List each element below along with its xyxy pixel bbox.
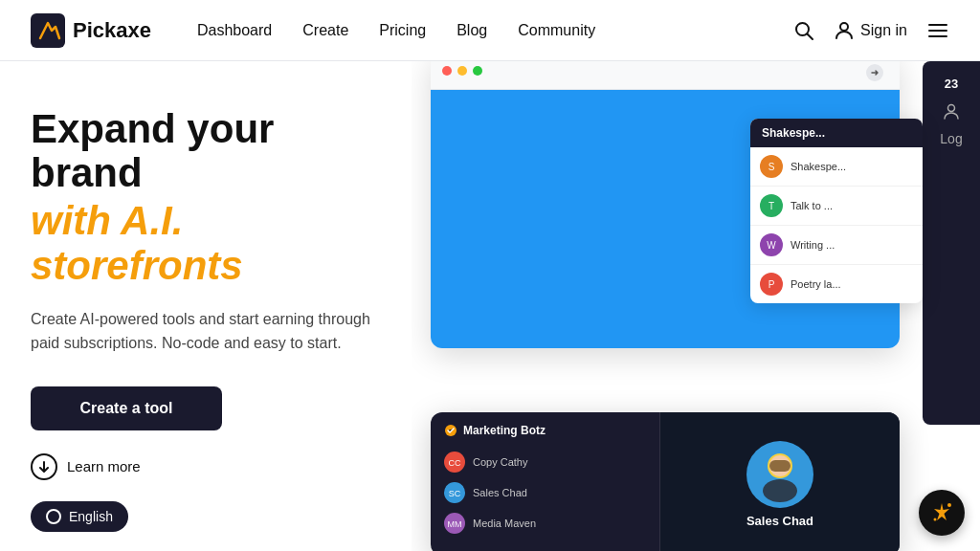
svg-text:SC: SC [449, 489, 461, 498]
language-label: English [69, 509, 113, 524]
svg-point-27 [763, 479, 797, 502]
user-icon [834, 20, 855, 41]
media-maven-name: Media Maven [473, 518, 536, 529]
window-bar [431, 61, 900, 90]
shakespeare-label-4: Poetry la... [791, 278, 841, 290]
media-maven-avatar: MM [444, 513, 465, 534]
shakespeare-panel: Shakespe... S Shakespe... T Talk to ... … [750, 119, 923, 303]
svg-point-31 [934, 518, 937, 521]
shakespeare-item-1: S Shakespe... [750, 147, 923, 187]
bot-item-2: MM Media Maven [444, 508, 646, 539]
nav-blog[interactable]: Blog [457, 22, 487, 39]
nav-create[interactable]: Create [302, 22, 348, 39]
hero-headline: Expand your brand [31, 107, 381, 195]
hamburger-menu[interactable] [926, 19, 949, 42]
learn-more-link[interactable]: Learn more [31, 453, 381, 480]
svg-text:S: S [768, 162, 775, 172]
language-selector[interactable]: English [31, 501, 128, 532]
window-maximize-dot [473, 66, 482, 76]
shakespeare-title: Shakespe... [750, 119, 923, 147]
create-tool-button[interactable]: Create a tool [31, 386, 222, 430]
featured-bot-name: Sales Chad [746, 514, 813, 528]
language-dot [46, 509, 61, 524]
featured-bot-panel: Sales Chad [660, 412, 900, 551]
sign-in-button[interactable]: Sign in [834, 20, 907, 41]
learn-more-label: Learn more [67, 458, 141, 474]
shakespeare-label-1: Shakespe... [791, 161, 846, 172]
svg-text:W: W [767, 240, 776, 251]
search-button[interactable] [793, 20, 814, 41]
window-minimize-dot [457, 66, 467, 76]
floating-action-button[interactable] [919, 490, 965, 536]
logo-text: Pickaxe [73, 18, 151, 43]
panel-user-icon [943, 102, 960, 120]
logo[interactable]: Pickaxe [31, 13, 151, 48]
site-header: Pickaxe Dashboard Create Pricing Blog Co… [0, 0, 980, 61]
nav-pricing[interactable]: Pricing [379, 22, 426, 39]
bottom-screenshot: Marketing Botz CC Copy Cathy SC Sales Ch… [431, 412, 900, 551]
sales-chad-name-small: Sales Chad [473, 487, 527, 498]
shakespeare-label-2: Talk to ... [791, 200, 833, 211]
svg-text:T: T [768, 201, 774, 211]
shakespeare-avatar-1: S [760, 155, 783, 178]
bots-icon [444, 424, 457, 437]
svg-point-9 [948, 105, 955, 112]
svg-point-3 [840, 23, 848, 31]
send-icon [865, 63, 884, 82]
bot-item-1: SC Sales Chad [444, 477, 646, 508]
shakespeare-avatar-3: W [760, 233, 783, 256]
shakespeare-item-4: P Poetry la... [750, 265, 923, 303]
shakespeare-item-2: T Talk to ... [750, 187, 923, 226]
main-content: Expand your brand with A.I. storefronts … [0, 61, 980, 551]
shakespeare-avatar-2: T [760, 194, 783, 217]
svg-point-30 [947, 503, 951, 507]
svg-rect-29 [769, 460, 791, 472]
svg-line-2 [808, 33, 813, 39]
copy-cathy-avatar: CC [444, 452, 465, 473]
sparkle-icon [930, 501, 953, 524]
bots-list: Marketing Botz CC Copy Cathy SC Sales Ch… [431, 412, 660, 551]
bots-list-title: Marketing Botz [444, 424, 646, 437]
hero-section: Expand your brand with A.I. storefronts … [0, 61, 412, 551]
main-nav: Dashboard Create Pricing Blog Community [197, 22, 793, 39]
featured-bot-wrap: Sales Chad [746, 441, 813, 528]
nav-dashboard[interactable]: Dashboard [197, 22, 272, 39]
copy-cathy-name: Copy Cathy [473, 456, 527, 468]
right-sidebar-panel: 23 Log [923, 61, 980, 425]
window-close-dot [442, 66, 452, 76]
svg-text:MM: MM [448, 519, 462, 529]
shakespeare-avatar-4: P [760, 273, 783, 296]
search-icon [793, 20, 814, 41]
hero-visuals: 23 Log Shakespe... S Shakespe... T [412, 61, 980, 551]
learn-more-arrow-icon [31, 453, 57, 480]
sign-in-label: Sign in [860, 22, 907, 39]
svg-rect-0 [31, 13, 65, 48]
nav-community[interactable]: Community [518, 22, 595, 39]
menu-icon [926, 19, 949, 42]
svg-text:P: P [768, 279, 775, 290]
bot-item-0: CC Copy Cathy [444, 447, 646, 477]
sales-chad-avatar-small: SC [444, 482, 465, 503]
hero-subtitle: Create AI-powered tools and start earnin… [31, 307, 375, 356]
shakespeare-label-3: Writing ... [791, 239, 835, 251]
hero-headline-accent: with A.I. storefronts [31, 199, 381, 287]
panel-log-label: Log [940, 131, 962, 146]
shakespeare-item-3: W Writing ... [750, 226, 923, 265]
svg-text:CC: CC [449, 458, 461, 468]
panel-count-1: 23 [945, 77, 958, 91]
send-button-area [865, 63, 884, 86]
logo-icon [31, 13, 65, 48]
header-actions: Sign in [793, 19, 949, 42]
arrow-down-icon [38, 461, 50, 473]
sales-chad-large-avatar [746, 441, 813, 508]
